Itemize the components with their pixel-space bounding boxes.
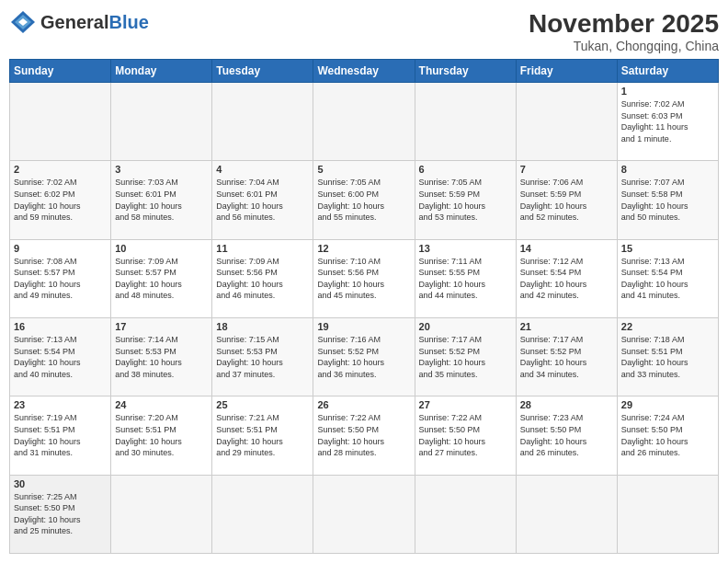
- day-info: Sunrise: 7:19 AM Sunset: 5:51 PM Dayligh…: [14, 412, 107, 458]
- calendar-day: 21Sunrise: 7:17 AM Sunset: 5:52 PM Dayli…: [516, 317, 617, 396]
- day-number: 3: [115, 164, 208, 175]
- day-number: 2: [14, 164, 107, 175]
- day-info: Sunrise: 7:17 AM Sunset: 5:52 PM Dayligh…: [520, 334, 613, 380]
- calendar-day: 26Sunrise: 7:22 AM Sunset: 5:50 PM Dayli…: [313, 396, 415, 475]
- calendar-day: 1Sunrise: 7:02 AM Sunset: 6:03 PM Daylig…: [617, 83, 718, 161]
- day-number: 9: [14, 243, 107, 254]
- calendar-week-5: 23Sunrise: 7:19 AM Sunset: 5:51 PM Dayli…: [10, 396, 719, 475]
- header: GeneralBlue November 2025 Tukan, Chongqi…: [9, 9, 719, 53]
- day-number: 23: [14, 399, 107, 410]
- calendar-day: 7Sunrise: 7:06 AM Sunset: 5:59 PM Daylig…: [516, 161, 617, 239]
- day-info: Sunrise: 7:08 AM Sunset: 5:57 PM Dayligh…: [14, 256, 107, 302]
- calendar-week-2: 2Sunrise: 7:02 AM Sunset: 6:02 PM Daylig…: [10, 161, 719, 239]
- day-number: 11: [216, 243, 309, 254]
- day-number: 13: [419, 243, 512, 254]
- day-number: 15: [621, 243, 714, 254]
- day-number: 26: [317, 399, 410, 410]
- calendar-body: 1Sunrise: 7:02 AM Sunset: 6:03 PM Daylig…: [10, 83, 719, 554]
- calendar-header: Sunday Monday Tuesday Wednesday Thursday…: [10, 60, 719, 83]
- day-info: Sunrise: 7:03 AM Sunset: 6:01 PM Dayligh…: [115, 177, 208, 223]
- day-info: Sunrise: 7:06 AM Sunset: 5:59 PM Dayligh…: [520, 177, 613, 223]
- calendar-day: 28Sunrise: 7:23 AM Sunset: 5:50 PM Dayli…: [516, 396, 617, 475]
- col-monday: Monday: [111, 60, 212, 83]
- day-number: 8: [621, 164, 714, 175]
- day-info: Sunrise: 7:09 AM Sunset: 5:56 PM Dayligh…: [216, 256, 309, 302]
- day-info: Sunrise: 7:07 AM Sunset: 5:58 PM Dayligh…: [621, 177, 714, 223]
- day-info: Sunrise: 7:25 AM Sunset: 5:50 PM Dayligh…: [14, 491, 107, 537]
- day-number: 29: [621, 399, 714, 410]
- calendar-table: Sunday Monday Tuesday Wednesday Thursday…: [9, 59, 719, 554]
- calendar-day: 19Sunrise: 7:16 AM Sunset: 5:52 PM Dayli…: [313, 317, 415, 396]
- day-info: Sunrise: 7:12 AM Sunset: 5:54 PM Dayligh…: [520, 256, 613, 302]
- title-block: November 2025 Tukan, Chongqing, China: [529, 9, 719, 53]
- calendar-day: 8Sunrise: 7:07 AM Sunset: 5:58 PM Daylig…: [617, 161, 718, 239]
- calendar-day: 6Sunrise: 7:05 AM Sunset: 5:59 PM Daylig…: [415, 161, 516, 239]
- calendar-day: 9Sunrise: 7:08 AM Sunset: 5:57 PM Daylig…: [10, 239, 111, 317]
- day-number: 22: [621, 321, 714, 332]
- day-info: Sunrise: 7:22 AM Sunset: 5:50 PM Dayligh…: [419, 412, 512, 458]
- col-friday: Friday: [516, 60, 617, 83]
- day-number: 1: [621, 86, 714, 97]
- day-info: Sunrise: 7:11 AM Sunset: 5:55 PM Dayligh…: [419, 256, 512, 302]
- calendar-day: 15Sunrise: 7:13 AM Sunset: 5:54 PM Dayli…: [617, 239, 718, 317]
- calendar-day: 3Sunrise: 7:03 AM Sunset: 6:01 PM Daylig…: [111, 161, 212, 239]
- calendar-day: [415, 83, 516, 161]
- day-number: 18: [216, 321, 309, 332]
- day-info: Sunrise: 7:05 AM Sunset: 6:00 PM Dayligh…: [317, 177, 410, 223]
- day-info: Sunrise: 7:24 AM Sunset: 5:50 PM Dayligh…: [621, 412, 714, 458]
- calendar-day: [516, 475, 617, 553]
- day-info: Sunrise: 7:02 AM Sunset: 6:02 PM Dayligh…: [14, 177, 107, 223]
- day-number: 14: [520, 243, 613, 254]
- calendar-day: 14Sunrise: 7:12 AM Sunset: 5:54 PM Dayli…: [516, 239, 617, 317]
- calendar-day: 23Sunrise: 7:19 AM Sunset: 5:51 PM Dayli…: [10, 396, 111, 475]
- calendar-day: 17Sunrise: 7:14 AM Sunset: 5:53 PM Dayli…: [111, 317, 212, 396]
- month-title: November 2025: [529, 9, 719, 39]
- day-info: Sunrise: 7:21 AM Sunset: 5:51 PM Dayligh…: [216, 412, 309, 458]
- logo-icon: [9, 9, 37, 35]
- day-number: 24: [115, 399, 208, 410]
- calendar-day: [10, 83, 111, 161]
- day-number: 30: [14, 478, 107, 489]
- calendar-day: 10Sunrise: 7:09 AM Sunset: 5:57 PM Dayli…: [111, 239, 212, 317]
- day-info: Sunrise: 7:05 AM Sunset: 5:59 PM Dayligh…: [419, 177, 512, 223]
- calendar-day: [313, 83, 415, 161]
- calendar-day: 16Sunrise: 7:13 AM Sunset: 5:54 PM Dayli…: [10, 317, 111, 396]
- day-number: 25: [216, 399, 309, 410]
- day-info: Sunrise: 7:02 AM Sunset: 6:03 PM Dayligh…: [621, 98, 714, 144]
- calendar-day: 18Sunrise: 7:15 AM Sunset: 5:53 PM Dayli…: [212, 317, 313, 396]
- day-number: 6: [419, 164, 512, 175]
- calendar-week-6: 30Sunrise: 7:25 AM Sunset: 5:50 PM Dayli…: [10, 475, 719, 553]
- col-wednesday: Wednesday: [313, 60, 415, 83]
- day-number: 5: [317, 164, 410, 175]
- calendar-day: [617, 475, 718, 553]
- day-number: 17: [115, 321, 208, 332]
- day-info: Sunrise: 7:20 AM Sunset: 5:51 PM Dayligh…: [115, 412, 208, 458]
- calendar-day: 30Sunrise: 7:25 AM Sunset: 5:50 PM Dayli…: [10, 475, 111, 553]
- calendar-week-4: 16Sunrise: 7:13 AM Sunset: 5:54 PM Dayli…: [10, 317, 719, 396]
- calendar-day: [212, 83, 313, 161]
- day-info: Sunrise: 7:18 AM Sunset: 5:51 PM Dayligh…: [621, 334, 714, 380]
- calendar-day: [212, 475, 313, 553]
- col-saturday: Saturday: [617, 60, 718, 83]
- day-number: 27: [419, 399, 512, 410]
- day-info: Sunrise: 7:17 AM Sunset: 5:52 PM Dayligh…: [419, 334, 512, 380]
- subtitle: Tukan, Chongqing, China: [529, 39, 719, 53]
- day-number: 12: [317, 243, 410, 254]
- col-tuesday: Tuesday: [212, 60, 313, 83]
- day-info: Sunrise: 7:16 AM Sunset: 5:52 PM Dayligh…: [317, 334, 410, 380]
- calendar-day: 5Sunrise: 7:05 AM Sunset: 6:00 PM Daylig…: [313, 161, 415, 239]
- col-thursday: Thursday: [415, 60, 516, 83]
- header-row: Sunday Monday Tuesday Wednesday Thursday…: [10, 60, 719, 83]
- day-info: Sunrise: 7:23 AM Sunset: 5:50 PM Dayligh…: [520, 412, 613, 458]
- col-sunday: Sunday: [10, 60, 111, 83]
- calendar-day: 25Sunrise: 7:21 AM Sunset: 5:51 PM Dayli…: [212, 396, 313, 475]
- day-info: Sunrise: 7:15 AM Sunset: 5:53 PM Dayligh…: [216, 334, 309, 380]
- day-number: 21: [520, 321, 613, 332]
- calendar-day: 11Sunrise: 7:09 AM Sunset: 5:56 PM Dayli…: [212, 239, 313, 317]
- calendar-day: 12Sunrise: 7:10 AM Sunset: 5:56 PM Dayli…: [313, 239, 415, 317]
- day-number: 4: [216, 164, 309, 175]
- calendar-week-3: 9Sunrise: 7:08 AM Sunset: 5:57 PM Daylig…: [10, 239, 719, 317]
- page: GeneralBlue November 2025 Tukan, Chongqi…: [0, 0, 728, 563]
- calendar-day: 2Sunrise: 7:02 AM Sunset: 6:02 PM Daylig…: [10, 161, 111, 239]
- day-number: 7: [520, 164, 613, 175]
